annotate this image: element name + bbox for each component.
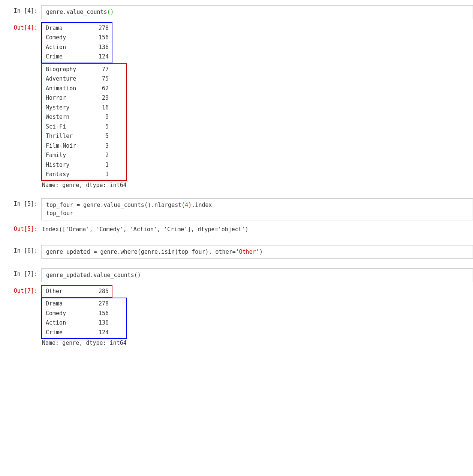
dot-1: . xyxy=(63,9,66,15)
genre-name: Thriller xyxy=(45,132,94,141)
dtype-line-4: Name: genre, dtype: int64 xyxy=(41,182,127,189)
table-row: Action136 xyxy=(45,318,123,328)
genre-name: Adventure xyxy=(45,74,94,84)
table-row: Mystery16 xyxy=(45,103,123,113)
cell-6-input: In [6]: genre_updated = genre.where(genr… xyxy=(0,244,473,260)
genre-name: Fantasy xyxy=(45,170,94,180)
cell-7-output-content: Other285 Drama278 Comedy156 Action136 Cr… xyxy=(41,285,473,347)
table-row: Action136 xyxy=(45,43,109,52)
table-row: History1 xyxy=(45,160,123,170)
top4-blue-box: Drama278 Comedy156 Action136 Crime124 xyxy=(41,22,112,63)
spacer-2 xyxy=(0,237,473,244)
table-row: Biography77 xyxy=(45,65,123,75)
genre-count: 156 xyxy=(94,309,109,319)
genre-count: 16 xyxy=(94,103,109,113)
genre-count: 285 xyxy=(94,287,109,296)
code-line-5-1: top_four = genre.value_counts().nlargest… xyxy=(46,201,468,210)
genre-var: genre xyxy=(46,9,63,15)
table-row: Sci-Fi5 xyxy=(45,122,123,132)
genre-name: Biography xyxy=(45,65,94,75)
genre-count: 2 xyxy=(94,151,109,160)
genre-count: 124 xyxy=(94,328,109,338)
cell-7-input: In [7]: genre_updated.value_counts() xyxy=(0,267,473,284)
in-label-4: In [4]: xyxy=(0,5,41,14)
genre-count: 124 xyxy=(94,52,109,62)
genre-name: Other xyxy=(45,287,94,296)
notebook: In [4]: genre.value_counts() Out[4]: Dra… xyxy=(0,0,473,476)
table-row: Drama278 xyxy=(45,299,123,309)
cell-7-output: Out[7]: Other285 Drama278 Comedy156 Acti… xyxy=(0,284,473,348)
genre-name: Sci-Fi xyxy=(45,122,94,132)
genre-name: Film-Noir xyxy=(45,141,94,151)
genre-name: History xyxy=(45,160,94,170)
genre-name: Action xyxy=(45,318,94,328)
cell-4-output-content: Drama278 Comedy156 Action136 Crime124 Bi… xyxy=(41,22,473,189)
value-counts-fn: value_counts xyxy=(66,9,107,15)
code-box-5[interactable]: top_four = genre.value_counts().nlargest… xyxy=(41,198,473,220)
genre-count: 9 xyxy=(94,112,109,122)
code-box-6[interactable]: genre_updated = genre.where(genre.isin(t… xyxy=(41,245,473,259)
genre-count: 278 xyxy=(94,24,109,33)
genre-name: Crime xyxy=(45,52,94,62)
table-row: Other285 xyxy=(45,287,109,296)
in-label-7: In [7]: xyxy=(0,268,41,277)
genre-count: 136 xyxy=(94,318,109,328)
genre-name: Comedy xyxy=(45,309,94,319)
genre-count: 77 xyxy=(94,65,109,75)
genre-name: Animation xyxy=(45,84,94,94)
code-line-6-1: genre_updated = genre.where(genre.isin(t… xyxy=(46,248,468,256)
cell-4-output: Out[4]: Drama278 Comedy156 Action136 Cri… xyxy=(0,21,473,190)
code-line-4-1: genre.value_counts() xyxy=(46,8,468,16)
cell-6-input-content: genre_updated = genre.where(genre.isin(t… xyxy=(41,245,473,259)
out-label-5: Out[5]: xyxy=(0,223,41,232)
cell-7-input-content: genre_updated.value_counts() xyxy=(41,268,473,282)
genre-count: 75 xyxy=(94,74,109,84)
genre-name: Horror xyxy=(45,93,94,103)
table-row: Thriller5 xyxy=(45,132,123,141)
in-label-5: In [5]: xyxy=(0,198,41,207)
rest-red-box: Biography77 Adventure75 Animation62 Horr… xyxy=(41,63,127,181)
table-row: Comedy156 xyxy=(45,33,109,43)
cell-4-input-content: genre.value_counts() xyxy=(41,5,473,19)
top4-blue-box-2: Drama278 Comedy156 Action136 Crime124 xyxy=(41,298,127,339)
table-row: Drama278 xyxy=(45,24,109,33)
dtype-line-7: Name: genre, dtype: int64 xyxy=(41,340,127,346)
genre-count: 156 xyxy=(94,33,109,43)
genre-name: Action xyxy=(45,43,94,52)
code-box-7[interactable]: genre_updated.value_counts() xyxy=(41,268,473,282)
other-red-box: Other285 xyxy=(41,285,112,298)
genre-count: 62 xyxy=(94,84,109,94)
genre-name: Western xyxy=(45,112,94,122)
out-label-4: Out[4]: xyxy=(0,22,41,31)
genre-name: Crime xyxy=(45,328,94,338)
cell-5-input: In [5]: top_four = genre.value_counts().… xyxy=(0,197,473,222)
genre-name: Family xyxy=(45,151,94,160)
table-row: Film-Noir3 xyxy=(45,141,123,151)
table-row: Fantasy1 xyxy=(45,170,123,180)
spacer-1 xyxy=(0,190,473,197)
genre-count: 1 xyxy=(94,160,109,170)
table-row: Adventure75 xyxy=(45,74,123,84)
genre-count: 5 xyxy=(94,122,109,132)
genre-count: 278 xyxy=(94,299,109,309)
nlargest-arg: 4 xyxy=(185,202,188,208)
cell-4-input: In [4]: genre.value_counts() xyxy=(0,4,473,21)
genre-name: Mystery xyxy=(45,103,94,113)
genre-name: Drama xyxy=(45,24,94,33)
genre-count: 5 xyxy=(94,132,109,141)
cell-5-input-content: top_four = genre.value_counts().nlargest… xyxy=(41,198,473,220)
genre-count: 1 xyxy=(94,170,109,180)
string-other: 'Other' xyxy=(236,248,259,255)
genre-count: 136 xyxy=(94,43,109,52)
output-plain-5: Index(['Drama', 'Comedy', 'Action', 'Cri… xyxy=(41,223,473,235)
genre-name: Comedy xyxy=(45,33,94,43)
code-line-7-1: genre_updated.value_counts() xyxy=(46,271,468,280)
table-row: Crime124 xyxy=(45,328,123,338)
genre-name: Drama xyxy=(45,299,94,309)
genre-count: 29 xyxy=(94,93,109,103)
code-box-4[interactable]: genre.value_counts() xyxy=(41,5,473,19)
table-row: Western9 xyxy=(45,112,123,122)
out-label-7: Out[7]: xyxy=(0,285,41,294)
spacer-3 xyxy=(0,260,473,267)
cell-5-output-content: Index(['Drama', 'Comedy', 'Action', 'Cri… xyxy=(41,223,473,235)
